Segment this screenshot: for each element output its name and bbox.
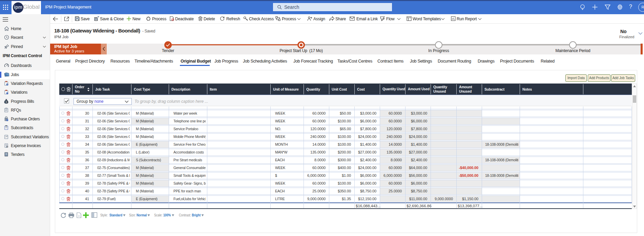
svg-text:x: x (78, 214, 80, 217)
svg-text:+: + (7, 84, 8, 86)
svg-text:$: $ (6, 101, 7, 103)
